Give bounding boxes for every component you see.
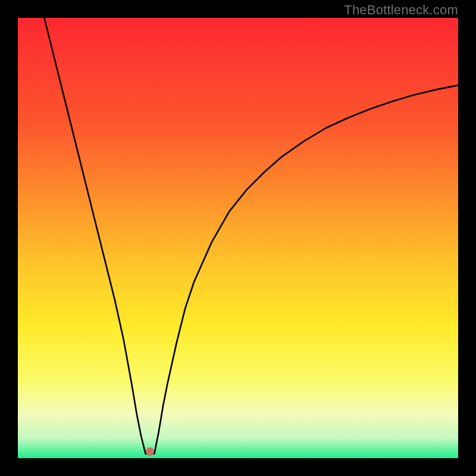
watermark-text: TheBottleneck.com — [344, 2, 458, 18]
gradient-background — [18, 18, 458, 458]
chart-frame — [18, 18, 458, 458]
optimal-point-dot — [146, 447, 154, 456]
chart-svg — [18, 18, 458, 458]
